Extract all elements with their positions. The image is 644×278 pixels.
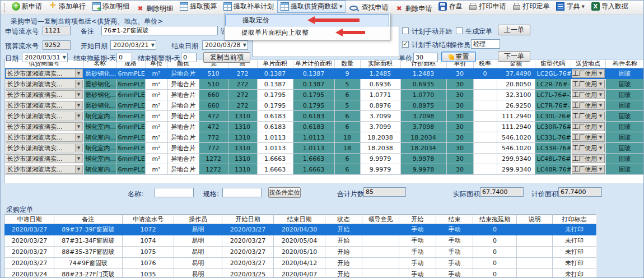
cell[interactable]: 1.0770 [400, 90, 446, 100]
toolbar-button-delete-detail[interactable]: 删除明细 [133, 3, 176, 15]
toolbar-button-add-row[interactable]: 添加单行 [45, 1, 89, 13]
cell[interactable]: 1310 [228, 143, 257, 154]
cell[interactable] [362, 235, 399, 247]
cell[interactable]: 0.6183 [293, 122, 334, 132]
column-header[interactable]: 操作员 [174, 215, 222, 224]
cell[interactable]: 9 [334, 68, 360, 79]
table-row[interactable]: 2020/03/2488#23-27F门页玻1035易明2020/03/2520… [5, 269, 596, 278]
column-header[interactable]: 单片面积 [257, 59, 293, 68]
cell[interactable]: 手动 [399, 258, 436, 269]
toolbar-button-extract-budget[interactable]: 提取预算 [176, 1, 220, 13]
column-header[interactable]: 单片计价面积 [293, 59, 334, 68]
cell[interactable]: 异地合片 [167, 100, 199, 111]
cell[interactable]: 磨砂钢化... [83, 79, 116, 90]
cell[interactable]: 2020/05/04 [274, 235, 325, 247]
cell[interactable]: 74#9F窗固玻 [54, 258, 123, 269]
cell[interactable] [517, 247, 553, 258]
cell[interactable]: 6 [334, 164, 360, 175]
toolbar-button-extract-supplier-data[interactable]: 提取供货商数据▼ [277, 1, 346, 13]
column-header[interactable]: 开始 [399, 215, 436, 224]
chevron-down-icon[interactable]: ▼ [598, 146, 604, 150]
cell[interactable]: LC33R-76#... [535, 143, 571, 154]
cell[interactable]: 长沙市潇湘玻璃实...▼ [5, 154, 83, 164]
cell[interactable]: 2020/04/30 [274, 224, 325, 235]
table-row[interactable]: 长沙市潇湘玻璃实...▼钢化室内...6mmPLE...m²异地合片772131… [5, 143, 643, 154]
cell[interactable]: 工厂使用▼ [571, 90, 605, 100]
cell[interactable]: LC2R-76#-1F [535, 79, 571, 90]
cell[interactable]: 固玻 [605, 122, 643, 132]
cell[interactable]: 510 [199, 79, 228, 90]
cell[interactable]: m² [145, 100, 167, 111]
cell[interactable]: 18.2038 [360, 143, 400, 154]
cell[interactable]: 1076 [123, 258, 174, 269]
remark-input[interactable] [101, 26, 218, 35]
column-header[interactable]: 结束日期 [274, 215, 325, 224]
cell[interactable]: 0.6183 [257, 111, 293, 122]
cell[interactable]: 工厂使用▼ [571, 122, 605, 132]
cell[interactable]: 钢化室内... [83, 111, 116, 122]
cell[interactable] [517, 258, 553, 269]
chevron-down-icon[interactable]: ▼ [598, 114, 604, 118]
chevron-down-icon[interactable]: ▼ [75, 101, 82, 109]
cell[interactable]: 546.1020 [497, 143, 535, 154]
cell[interactable]: 手动 [436, 224, 473, 235]
cell[interactable]: 磨砂钢化... [83, 68, 116, 79]
cell[interactable]: 111.2940 [497, 122, 535, 132]
start-date-select[interactable]: 2020/03/21 ▼ [110, 40, 156, 50]
chevron-down-icon[interactable]: ▼ [75, 144, 82, 152]
cell[interactable]: 6mmPLE... [116, 111, 145, 122]
cell[interactable]: 1310 [228, 122, 257, 132]
cell[interactable]: 6mmPLE... [116, 132, 145, 143]
cell[interactable]: 0.1795 [257, 100, 293, 111]
cell[interactable]: 0.6183 [293, 111, 334, 122]
cell[interactable]: 30 [446, 122, 473, 132]
cell[interactable]: 固玻 [605, 68, 643, 79]
cell[interactable]: 钢化室内... [83, 154, 116, 164]
cell[interactable]: 2020/03/27 [5, 258, 54, 269]
date-select[interactable]: 2020/03/31 ▼ [22, 53, 68, 62]
cell[interactable]: 手动 [436, 269, 473, 278]
cell[interactable]: 0 [473, 224, 517, 235]
cell[interactable]: 异地合片 [167, 90, 199, 100]
cell[interactable]: 772 [199, 143, 228, 154]
column-header[interactable]: 说明 [517, 215, 553, 224]
table-row[interactable]: 长沙市潇湘玻璃实...▼钢化室内...6mmPLE...m²异地合片127213… [5, 164, 643, 175]
cell[interactable]: 2020/05/10 [274, 247, 325, 258]
cell[interactable]: 易明 [174, 258, 222, 269]
cell[interactable]: 5 [334, 79, 360, 90]
table-row[interactable]: 长沙市潇湘玻璃实...▼钢化室内...6mmPLE...m²异地合片127213… [5, 154, 643, 164]
cell[interactable]: 1.2483 [400, 68, 446, 79]
cell[interactable]: m² [145, 143, 167, 154]
toolbar-button-print-order[interactable]: 打印定单 [509, 1, 553, 13]
column-header[interactable]: 实际面积 [360, 59, 400, 68]
cell[interactable]: 手动 [436, 235, 473, 247]
cell[interactable]: 272 [228, 100, 257, 111]
cell[interactable]: 272 [228, 90, 257, 100]
cell[interactable]: 37.4490 [497, 68, 535, 79]
plan-manual-start-checkbox[interactable] [402, 27, 409, 34]
cell[interactable]: 0.1387 [293, 68, 334, 79]
cell[interactable]: 未打印 [553, 235, 596, 247]
cell[interactable]: 1.6663 [257, 154, 293, 164]
cell[interactable]: 30 [446, 79, 473, 90]
cell[interactable]: m² [145, 68, 167, 79]
cell[interactable]: 18.2038 [360, 132, 400, 143]
cell[interactable]: 0 [473, 247, 517, 258]
table-row[interactable]: 长沙市潇湘玻璃实...▼磨砂钢化...6mmPLE...m²异地合片660272… [5, 100, 643, 111]
cell[interactable]: 0.6183 [257, 122, 293, 132]
cell[interactable]: 易明 [174, 269, 222, 278]
cell[interactable]: 0.1387 [293, 79, 334, 90]
cell[interactable]: 长沙市潇湘玻璃实...▼ [5, 100, 83, 111]
cell[interactable]: 30 [446, 90, 473, 100]
cell[interactable]: 6mmPLE... [116, 154, 145, 164]
end-date-select[interactable]: 2020/03/28 ▼ [202, 40, 248, 50]
cell[interactable]: 未打印 [553, 258, 596, 269]
cell[interactable]: 2020/04/07 [274, 269, 325, 278]
cell[interactable]: 30 [446, 154, 473, 164]
cell[interactable]: 1.6663 [293, 154, 334, 164]
cell[interactable]: 异地合片 [167, 111, 199, 122]
cell[interactable]: 长沙市潇湘玻璃实...▼ [5, 79, 83, 90]
cell[interactable]: 6mmPLE... [116, 143, 145, 154]
cell[interactable]: 30 [446, 111, 473, 122]
cell[interactable]: 异地合片 [167, 154, 199, 164]
